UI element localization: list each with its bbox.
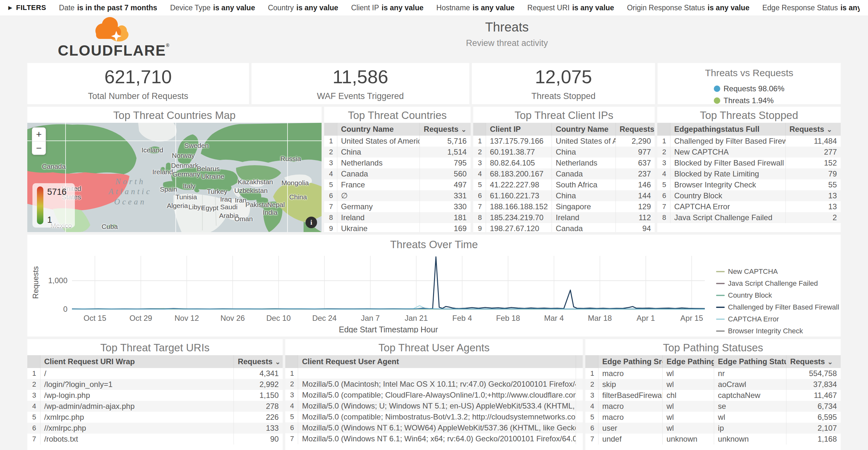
table-cell[interactable]: 977 bbox=[616, 147, 655, 157]
table-cell[interactable]: 181 bbox=[420, 212, 471, 223]
table-cell[interactable]: wl bbox=[662, 379, 714, 390]
table-cell[interactable]: Netherlands bbox=[552, 157, 616, 169]
sort-chevron-icon[interactable]: ⌄ bbox=[828, 358, 833, 365]
table-cell[interactable]: Ukraine bbox=[337, 223, 420, 232]
table-cell[interactable]: Mozilla/5.0 (compatible; CloudFlare-Alwa… bbox=[298, 390, 576, 400]
table-cell[interactable]: 169 bbox=[420, 223, 471, 232]
table-cell[interactable]: New CAPTCHA bbox=[670, 147, 785, 157]
column-header[interactable]: Requests⌄ bbox=[234, 355, 283, 368]
table-cell[interactable]: 2,290 bbox=[616, 136, 655, 147]
table-cell[interactable]: user bbox=[598, 423, 662, 433]
table-cell[interactable]: Browser Integrity Check bbox=[670, 179, 785, 190]
table-cell[interactable]: unknown bbox=[714, 433, 786, 445]
info-icon[interactable]: i bbox=[306, 217, 317, 228]
table-cell[interactable]: 2,992 bbox=[234, 379, 283, 390]
table-cell[interactable]: //xmlrpc.php bbox=[40, 423, 234, 433]
table-cell[interactable]: 277 bbox=[785, 147, 841, 157]
filter-item[interactable]: Dateis in the past 7 months bbox=[59, 3, 157, 12]
column-header[interactable]: Client IP bbox=[486, 123, 552, 136]
table-cell[interactable] bbox=[576, 433, 583, 444]
table-cell[interactable]: 188.166.188.152 bbox=[486, 201, 552, 212]
table-cell[interactable]: China bbox=[552, 147, 616, 157]
table-cell[interactable]: /wp-admin/admin-ajax.php bbox=[40, 401, 234, 412]
table-cell[interactable]: China bbox=[552, 190, 616, 201]
table-cell[interactable]: 6,595 bbox=[786, 412, 841, 423]
table-cell[interactable]: se bbox=[714, 401, 786, 412]
table-cell[interactable]: 278 bbox=[234, 401, 283, 412]
table-cell[interactable]: Canada bbox=[552, 169, 616, 179]
filter-item[interactable]: Edge Response Statusis any value bbox=[762, 3, 860, 12]
table-cell[interactable]: Mozilla/5.0 (Macintosh; Intel Mac OS X 1… bbox=[298, 379, 576, 390]
table-cell[interactable]: Germany bbox=[337, 201, 420, 212]
column-header[interactable]: Edgepathingstatus Full bbox=[670, 123, 785, 136]
table-cell[interactable]: skip bbox=[598, 379, 662, 390]
filter-item[interactable]: Device Typeis any value bbox=[170, 3, 255, 12]
table-cell[interactable]: 146 bbox=[616, 179, 655, 190]
table-cell[interactable]: /login/?login_only=1 bbox=[40, 379, 234, 390]
table-cell[interactable]: 80.82.64.105 bbox=[486, 157, 552, 169]
column-header[interactable]: Client Request URI Wrap bbox=[40, 355, 234, 368]
table-cell[interactable]: 13 bbox=[785, 190, 841, 201]
column-header[interactable]: Requests⌄ bbox=[616, 123, 655, 136]
table-cell[interactable]: 330 bbox=[420, 201, 471, 212]
table-cell[interactable]: 185.234.219.70 bbox=[486, 212, 552, 223]
table-cell[interactable]: China bbox=[337, 147, 420, 157]
chart-legend-item[interactable]: CAPTCHA Error bbox=[716, 315, 839, 323]
table-cell[interactable] bbox=[576, 368, 583, 379]
table-cell[interactable]: United States of America bbox=[337, 136, 420, 147]
table-cell[interactable]: 198.27.67.120 bbox=[486, 223, 552, 232]
table-cell[interactable]: 4,341 bbox=[234, 368, 283, 379]
chart-legend-item[interactable]: Challenged by Filter Based Firewall bbox=[716, 303, 839, 311]
table-cell[interactable] bbox=[576, 412, 583, 422]
table-cell[interactable]: 5,716 bbox=[420, 136, 471, 147]
table-cell[interactable]: captchaNew bbox=[714, 390, 786, 401]
table-cell[interactable]: 13 bbox=[785, 201, 841, 212]
table-cell[interactable]: wl bbox=[714, 412, 786, 423]
table-cell[interactable]: 11,484 bbox=[785, 136, 841, 147]
table-cell[interactable]: unknown bbox=[662, 433, 714, 445]
table-cell[interactable]: South Africa bbox=[552, 179, 616, 190]
chart-legend-item[interactable]: Browser Integrity Check bbox=[716, 327, 839, 335]
table-cell[interactable]: Country Block bbox=[670, 190, 785, 201]
column-header[interactable]: Edge Pathing Src bbox=[598, 355, 662, 368]
table-cell[interactable]: Challenged by Filter Based Firewall bbox=[670, 136, 785, 147]
table-cell[interactable]: macro bbox=[598, 401, 662, 412]
table-cell[interactable]: 1,168 bbox=[786, 433, 841, 445]
column-header[interactable]: Edge Pathing Status bbox=[714, 355, 786, 368]
table-cell[interactable] bbox=[576, 379, 583, 390]
table-cell[interactable]: Mozilla/5.0 (Windows NT 6.1; WOW64) Appl… bbox=[298, 422, 576, 433]
table-cell[interactable]: 637 bbox=[616, 157, 655, 169]
table-cell[interactable]: 497 bbox=[420, 179, 471, 190]
world-map[interactable]: CanadaUnited StatesMexicoCubaIcelandIrel… bbox=[27, 123, 321, 232]
table-cell[interactable]: undef bbox=[598, 433, 662, 445]
filter-item[interactable]: Countryis any value bbox=[268, 3, 338, 12]
table-cell[interactable]: / bbox=[40, 368, 234, 379]
table-cell[interactable]: ∅ bbox=[337, 190, 420, 201]
table-cell[interactable]: Mozilla/5.0 (compatible; Nimbostratus-Bo… bbox=[298, 412, 576, 422]
table-cell[interactable]: 133 bbox=[234, 423, 283, 433]
filters-toggle[interactable]: ▶ FILTERS bbox=[8, 3, 46, 12]
table-cell[interactable]: Blocked by Rate Limiting bbox=[670, 169, 785, 179]
table-cell[interactable]: /wp-login.php bbox=[40, 390, 234, 401]
zoom-out-button[interactable]: − bbox=[32, 141, 45, 155]
sort-chevron-icon[interactable]: ⌄ bbox=[827, 126, 832, 133]
column-header[interactable]: Client Request User Agent bbox=[298, 355, 576, 368]
filter-item[interactable]: Hostnameis any value bbox=[436, 3, 514, 12]
table-cell[interactable]: 41.222.227.98 bbox=[486, 179, 552, 190]
table-cell[interactable]: 6,734 bbox=[786, 401, 841, 412]
filter-item[interactable]: Client IPis any value bbox=[351, 3, 424, 12]
table-cell[interactable]: CAPTCHA Error bbox=[670, 201, 785, 212]
table-cell[interactable]: 112 bbox=[616, 212, 655, 223]
table-cell[interactable] bbox=[298, 368, 576, 379]
table-cell[interactable]: 237 bbox=[616, 169, 655, 179]
column-header[interactable]: Requests⌄ bbox=[420, 123, 471, 136]
table-cell[interactable]: France bbox=[337, 179, 420, 190]
column-header[interactable]: Country Name bbox=[552, 123, 616, 136]
table-cell[interactable]: 226 bbox=[234, 412, 283, 423]
table-cell[interactable]: Ireland bbox=[552, 212, 616, 223]
table-cell[interactable]: Netherlands bbox=[337, 157, 420, 169]
table-cell[interactable]: United States of America bbox=[552, 136, 616, 147]
sort-chevron-icon[interactable]: ⌄ bbox=[461, 126, 466, 133]
table-cell[interactable]: chl bbox=[662, 390, 714, 401]
table-cell[interactable]: Java Script Challenge Failed bbox=[670, 212, 785, 223]
